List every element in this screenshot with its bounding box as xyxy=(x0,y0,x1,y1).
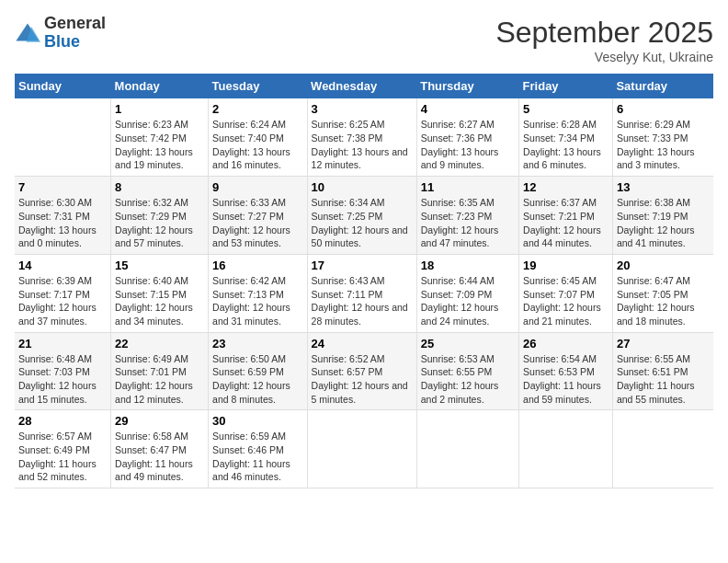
day-info: Sunrise: 6:48 AM Sunset: 7:03 PM Dayligh… xyxy=(18,352,107,407)
sunset-text: Sunset: 6:49 PM xyxy=(18,444,90,455)
day-number: 23 xyxy=(212,337,303,350)
sunset-text: Sunset: 6:46 PM xyxy=(212,444,284,455)
sunset-text: Sunset: 6:51 PM xyxy=(617,366,688,377)
day-info: Sunrise: 6:42 AM Sunset: 7:13 PM Dayligh… xyxy=(212,274,303,328)
daylight-text: Daylight: 12 hours and 41 minutes. xyxy=(617,224,695,249)
title-section: September 2025 Veselyy Kut, Ukraine xyxy=(495,15,713,64)
sunrise-text: Sunrise: 6:43 AM xyxy=(312,275,385,286)
sunrise-text: Sunrise: 6:49 AM xyxy=(115,353,188,364)
calendar-cell: 9 Sunrise: 6:33 AM Sunset: 7:27 PM Dayli… xyxy=(209,177,308,255)
calendar-cell xyxy=(15,98,111,176)
logo: General Blue xyxy=(15,15,106,52)
daylight-text: Daylight: 11 hours and 59 minutes. xyxy=(523,380,601,405)
daylight-text: Daylight: 12 hours and 24 minutes. xyxy=(421,302,499,327)
daylight-text: Daylight: 12 hours and 31 minutes. xyxy=(212,302,290,327)
sunset-text: Sunset: 7:25 PM xyxy=(312,211,383,222)
day-number: 14 xyxy=(18,259,107,272)
daylight-text: Daylight: 13 hours and 0 minutes. xyxy=(18,224,97,249)
logo-icon xyxy=(15,20,40,46)
daylight-text: Daylight: 12 hours and 2 minutes. xyxy=(421,380,499,405)
location-subtitle: Veselyy Kut, Ukraine xyxy=(495,50,713,64)
day-info: Sunrise: 6:40 AM Sunset: 7:15 PM Dayligh… xyxy=(115,274,204,328)
header-sunday: Sunday xyxy=(15,74,111,98)
sunrise-text: Sunrise: 6:53 AM xyxy=(421,353,495,364)
day-info: Sunrise: 6:35 AM Sunset: 7:23 PM Dayligh… xyxy=(421,196,515,250)
sunrise-text: Sunrise: 6:54 AM xyxy=(523,353,597,364)
daylight-text: Daylight: 12 hours and 53 minutes. xyxy=(212,224,290,249)
calendar-cell: 21 Sunrise: 6:48 AM Sunset: 7:03 PM Dayl… xyxy=(15,332,111,410)
sunset-text: Sunset: 7:19 PM xyxy=(617,211,688,222)
calendar-cell: 28 Sunrise: 6:57 AM Sunset: 6:49 PM Dayl… xyxy=(15,410,111,488)
sunrise-text: Sunrise: 6:47 AM xyxy=(617,275,690,286)
sunrise-text: Sunrise: 6:32 AM xyxy=(115,197,188,208)
sunrise-text: Sunrise: 6:24 AM xyxy=(212,119,286,130)
day-number: 18 xyxy=(421,259,515,272)
sunrise-text: Sunrise: 6:57 AM xyxy=(18,431,92,442)
daylight-text: Daylight: 12 hours and 8 minutes. xyxy=(212,380,290,405)
header-saturday: Saturday xyxy=(612,74,713,98)
sunset-text: Sunset: 6:57 PM xyxy=(312,366,383,377)
week-row-3: 14 Sunrise: 6:39 AM Sunset: 7:17 PM Dayl… xyxy=(15,254,713,332)
daylight-text: Daylight: 13 hours and 3 minutes. xyxy=(617,146,695,171)
sunset-text: Sunset: 7:15 PM xyxy=(115,289,187,300)
sunset-text: Sunset: 6:55 PM xyxy=(421,366,493,377)
sunrise-text: Sunrise: 6:39 AM xyxy=(18,275,92,286)
day-number: 17 xyxy=(312,259,413,272)
sunset-text: Sunset: 6:59 PM xyxy=(212,366,284,377)
day-number: 10 xyxy=(312,180,413,194)
day-info: Sunrise: 6:33 AM Sunset: 7:27 PM Dayligh… xyxy=(212,196,303,250)
sunset-text: Sunset: 7:23 PM xyxy=(421,211,493,222)
daylight-text: Daylight: 12 hours and 5 minutes. xyxy=(312,380,408,405)
sunrise-text: Sunrise: 6:23 AM xyxy=(115,119,188,130)
calendar-cell: 18 Sunrise: 6:44 AM Sunset: 7:09 PM Dayl… xyxy=(416,254,518,332)
day-number: 21 xyxy=(18,337,107,350)
daylight-text: Daylight: 12 hours and 47 minutes. xyxy=(421,224,499,249)
daylight-text: Daylight: 13 hours and 6 minutes. xyxy=(523,146,601,171)
day-info: Sunrise: 6:29 AM Sunset: 7:33 PM Dayligh… xyxy=(617,118,710,172)
calendar-cell: 5 Sunrise: 6:28 AM Sunset: 7:34 PM Dayli… xyxy=(519,98,613,176)
calendar-cell: 27 Sunrise: 6:55 AM Sunset: 6:51 PM Dayl… xyxy=(612,332,713,410)
day-number: 16 xyxy=(212,259,303,272)
daylight-text: Daylight: 12 hours and 37 minutes. xyxy=(18,302,97,327)
calendar-cell: 2 Sunrise: 6:24 AM Sunset: 7:40 PM Dayli… xyxy=(209,98,308,176)
daylight-text: Daylight: 11 hours and 55 minutes. xyxy=(617,380,695,405)
day-info: Sunrise: 6:38 AM Sunset: 7:19 PM Dayligh… xyxy=(617,196,710,250)
daylight-text: Daylight: 12 hours and 28 minutes. xyxy=(312,302,408,327)
day-info: Sunrise: 6:57 AM Sunset: 6:49 PM Dayligh… xyxy=(18,430,107,484)
calendar-table: SundayMondayTuesdayWednesdayThursdayFrid… xyxy=(15,74,713,488)
daylight-text: Daylight: 11 hours and 49 minutes. xyxy=(115,458,193,483)
sunrise-text: Sunrise: 6:44 AM xyxy=(421,275,495,286)
sunset-text: Sunset: 7:21 PM xyxy=(523,211,595,222)
day-info: Sunrise: 6:30 AM Sunset: 7:31 PM Dayligh… xyxy=(18,196,107,250)
daylight-text: Daylight: 13 hours and 12 minutes. xyxy=(312,146,408,171)
sunset-text: Sunset: 7:42 PM xyxy=(115,132,187,144)
daylight-text: Daylight: 13 hours and 9 minutes. xyxy=(421,146,499,171)
week-row-5: 28 Sunrise: 6:57 AM Sunset: 6:49 PM Dayl… xyxy=(15,410,713,488)
daylight-text: Daylight: 12 hours and 15 minutes. xyxy=(18,380,97,405)
calendar-cell: 8 Sunrise: 6:32 AM Sunset: 7:29 PM Dayli… xyxy=(111,177,209,255)
sunset-text: Sunset: 7:09 PM xyxy=(421,289,493,300)
day-number: 30 xyxy=(212,414,303,428)
sunset-text: Sunset: 7:27 PM xyxy=(212,211,284,222)
sunrise-text: Sunrise: 6:50 AM xyxy=(212,353,286,364)
calendar-cell: 1 Sunrise: 6:23 AM Sunset: 7:42 PM Dayli… xyxy=(111,98,209,176)
logo-blue: Blue xyxy=(44,33,106,52)
calendar-cell: 30 Sunrise: 6:59 AM Sunset: 6:46 PM Dayl… xyxy=(209,410,308,488)
sunset-text: Sunset: 7:03 PM xyxy=(18,366,90,377)
calendar-cell: 17 Sunrise: 6:43 AM Sunset: 7:11 PM Dayl… xyxy=(307,254,416,332)
calendar-cell: 16 Sunrise: 6:42 AM Sunset: 7:13 PM Dayl… xyxy=(209,254,308,332)
day-info: Sunrise: 6:47 AM Sunset: 7:05 PM Dayligh… xyxy=(617,274,710,328)
sunset-text: Sunset: 7:17 PM xyxy=(18,289,90,300)
calendar-cell: 15 Sunrise: 6:40 AM Sunset: 7:15 PM Dayl… xyxy=(111,254,209,332)
day-number: 27 xyxy=(617,337,710,350)
day-number: 24 xyxy=(312,337,413,350)
day-number: 25 xyxy=(421,337,515,350)
day-number: 7 xyxy=(18,180,107,194)
header-monday: Monday xyxy=(111,74,209,98)
day-info: Sunrise: 6:34 AM Sunset: 7:25 PM Dayligh… xyxy=(312,196,413,250)
day-number: 9 xyxy=(212,180,303,194)
sunset-text: Sunset: 7:40 PM xyxy=(212,132,284,144)
calendar-cell xyxy=(307,410,416,488)
sunset-text: Sunset: 7:05 PM xyxy=(617,289,688,300)
daylight-text: Daylight: 12 hours and 18 minutes. xyxy=(617,302,695,327)
